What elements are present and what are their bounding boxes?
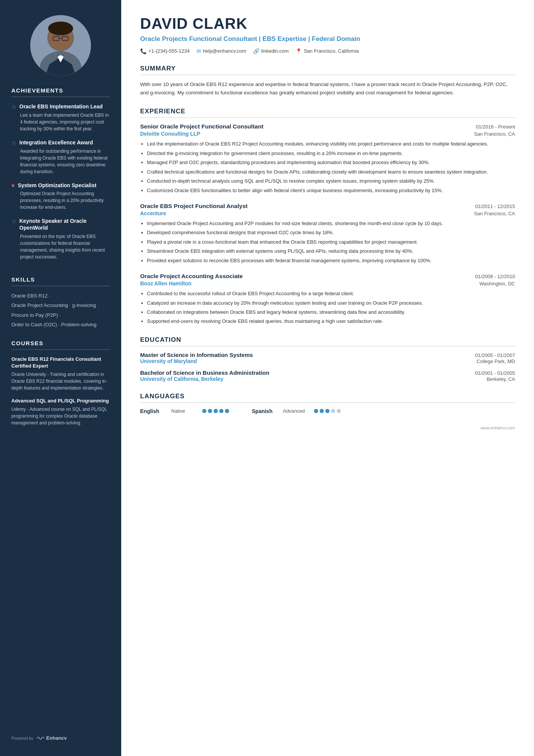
summary-section: SUMMARY With over 10 years of Oracle EBS…	[140, 65, 515, 97]
exp-3-company-row: Booz Allen Hamilton Washington, DC	[140, 280, 515, 286]
location-icon: 📍	[295, 48, 302, 54]
achievement-2-title: Integration Excellence Award	[19, 139, 93, 146]
skill-3: Procure to Pay (P2P) ·	[11, 311, 110, 319]
exp-1-bullet-5: Conducted in-depth technical analysis us…	[147, 177, 515, 185]
education-section: EDUCATION Master of Science in Informati…	[140, 336, 515, 382]
languages-row: English Native Spanish Advanced	[140, 408, 515, 414]
edu-2-degree: Bachelor of Science in Business Administ…	[140, 369, 269, 376]
achievement-3-header: ♥ System Optimization Specialist	[11, 182, 110, 189]
linkedin-value: linkedin.com	[261, 48, 289, 54]
achievement-2-desc: Awarded for outstanding performance in i…	[20, 148, 110, 175]
dot-e-1	[202, 409, 206, 413]
achievement-1: ☆ Oracle EBS Implementation Lead Led a t…	[11, 103, 110, 132]
education-2: Bachelor of Science in Business Administ…	[140, 369, 515, 382]
achievement-4: ☆ Keynote Speaker at Oracle OpenWorld Pr…	[11, 218, 110, 260]
edu-2-school: University of California, Berkeley	[140, 376, 223, 382]
edu-1-header: Master of Science in Information Systems…	[140, 352, 515, 358]
exp-3-company: Booz Allen Hamilton	[140, 280, 192, 286]
contact-linkedin[interactable]: 🔗 linkedin.com	[253, 48, 289, 54]
exp-3-role: Oracle Project Accounting Associate	[140, 273, 243, 280]
sidebar-footer: Powered by Enhancv	[0, 728, 121, 741]
education-title: EDUCATION	[140, 336, 515, 346]
dot-s-1	[314, 409, 318, 413]
achievement-3-desc: Optimized Oracle Project Accounting proc…	[20, 190, 110, 211]
exp-3-bullet-2: Catalyzed an increase in data accuracy b…	[147, 299, 515, 307]
edu-1-school-row: University of Maryland College Park, MD	[140, 358, 515, 364]
exp-2-bullet-5: Provided expert solutions to reconcile E…	[147, 257, 515, 265]
lang-english-name: English	[140, 408, 167, 414]
exp-2-company-row: Accenture San Francisco, CA	[140, 210, 515, 216]
languages-title: LANGUAGES	[140, 393, 515, 403]
exp-1-company: Deloitte Consulting LLP	[140, 131, 200, 137]
footer-url: www.enhancv.com	[481, 426, 515, 430]
exp-3-location: Washington, DC	[479, 281, 515, 286]
lang-spanish-dots	[314, 409, 341, 413]
exp-1-bullet-2: Directed the g-invoicing integration for…	[147, 149, 515, 157]
exp-2-location: San Francisco, CA	[474, 211, 515, 216]
exp-2-company: Accenture	[140, 210, 166, 216]
edu-1-school: University of Maryland	[140, 358, 197, 364]
course-1: Oracle EBS R12 Financials Consultant Cer…	[11, 356, 110, 391]
resume-container: ACHIEVEMENTS ☆ Oracle EBS Implementation…	[0, 0, 534, 756]
exp-2-bullets: Implemented Oracle Project Accounting an…	[147, 219, 515, 265]
summary-title: SUMMARY	[140, 65, 515, 75]
candidate-name: DAVID CLARK	[140, 15, 515, 32]
edu-2-header: Bachelor of Science in Business Administ…	[140, 369, 515, 376]
exp-1-bullet-1: Led the implementation of Oracle EBS R12…	[147, 140, 515, 148]
course-2-desc: Udemy - Advanced course on SQL and PL/SQ…	[11, 406, 110, 426]
edu-2-school-row: University of California, Berkeley Berke…	[140, 376, 515, 382]
lang-spanish-level: Advanced	[283, 408, 309, 414]
exp-3-bullet-1: Contributed to the successful rollout of…	[147, 290, 515, 297]
edu-1-dates: 01/2005 - 01/2007	[475, 352, 515, 358]
skill-2: Oracle Project Accounting · g-Invoicing …	[11, 302, 110, 309]
main-header: DAVID CLARK Oracle Projects Functional C…	[140, 15, 515, 54]
achievement-3: ♥ System Optimization Specialist Optimiz…	[11, 182, 110, 211]
skills-section: SKILLS Oracle EBS R12 · Oracle Project A…	[0, 276, 121, 340]
dot-s-3	[325, 409, 329, 413]
skill-4: Order to Cash (O2C) · Problem-solving	[11, 321, 110, 329]
dot-s-5	[337, 409, 341, 413]
course-2-title: Advanced SQL and PL/SQL Programming	[11, 398, 110, 404]
star-icon-2: ☆	[11, 139, 16, 146]
experience-title: EXPERIENCE	[140, 108, 515, 118]
edu-2-dates: 01/2001 - 01/2005	[475, 370, 515, 376]
achievement-1-header: ☆ Oracle EBS Implementation Lead	[11, 103, 110, 110]
dot-s-2	[320, 409, 324, 413]
education-1: Master of Science in Information Systems…	[140, 352, 515, 364]
edu-1-degree: Master of Science in Information Systems	[140, 352, 253, 358]
email-icon: ✉	[197, 48, 201, 54]
exp-1-bullet-6: Customized Oracle EBS functionalities to…	[147, 186, 515, 194]
exp-1-company-row: Deloitte Consulting LLP San Francisco, C…	[140, 131, 515, 137]
contact-phone: 📞 +1-(234)-555-1234	[140, 48, 190, 54]
lang-english-dots	[202, 409, 229, 413]
summary-text: With over 10 years of Oracle EBS R12 exp…	[140, 80, 515, 97]
experience-2: Oracle EBS Project Functional Analyst 01…	[140, 203, 515, 265]
exp-3-bullets: Contributed to the successful rollout of…	[147, 290, 515, 326]
courses-title: COURSES	[11, 340, 110, 350]
exp-2-bullet-1: Implemented Oracle Project Accounting an…	[147, 219, 515, 227]
phone-value: +1-(234)-555-1234	[148, 48, 190, 54]
sidebar: ACHIEVEMENTS ☆ Oracle EBS Implementation…	[0, 0, 121, 756]
dot-e-4	[219, 409, 223, 413]
achievement-4-header: ☆ Keynote Speaker at Oracle OpenWorld	[11, 218, 110, 231]
exp-2-bullet-2: Developed comprehensive functional desig…	[147, 229, 515, 236]
dot-s-4	[331, 409, 335, 413]
achievement-2: ☆ Integration Excellence Award Awarded f…	[11, 139, 110, 175]
achievement-1-desc: Led a team that implemented Oracle EBS i…	[20, 112, 110, 132]
footer-logo: Enhancv	[36, 735, 67, 741]
experience-1: Senior Oracle Project Functional Consult…	[140, 123, 515, 194]
phone-icon: 📞	[140, 48, 147, 54]
course-1-title: Oracle EBS R12 Financials Consultant Cer…	[11, 356, 110, 369]
main-footer: www.enhancv.com	[140, 426, 515, 430]
courses-section: COURSES Oracle EBS R12 Financials Consul…	[0, 340, 121, 442]
enhancv-logo-icon	[36, 736, 45, 741]
svg-point-4	[48, 22, 73, 35]
dot-e-3	[214, 409, 218, 413]
languages-section: LANGUAGES English Native Spanish Adva	[140, 393, 515, 414]
main-content: DAVID CLARK Oracle Projects Functional C…	[121, 0, 534, 756]
achievement-1-title: Oracle EBS Implementation Lead	[19, 103, 103, 110]
exp-3-bullet-3: Collaborated on integrations between Ora…	[147, 308, 515, 316]
exp-2-dates: 01/2011 - 12/2015	[475, 203, 515, 209]
skills-title: SKILLS	[11, 276, 110, 286]
location-value: San Francisco, California	[304, 48, 359, 54]
